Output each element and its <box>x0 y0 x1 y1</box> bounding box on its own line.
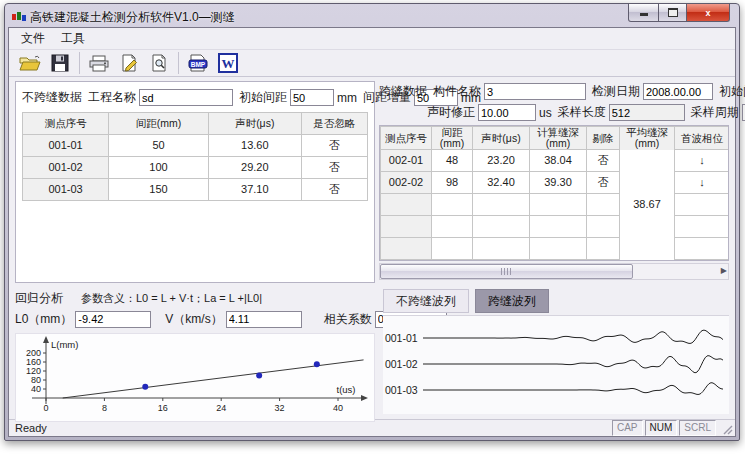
table-cell[interactable]: 23.20 <box>473 150 530 172</box>
table-cell[interactable]: ↓ <box>675 172 730 194</box>
table-cell[interactable] <box>620 238 675 260</box>
minimize-icon <box>640 10 648 16</box>
print-button[interactable] <box>84 50 114 76</box>
table-cell[interactable]: 002-01 <box>381 150 432 172</box>
svg-text:W: W <box>222 56 235 71</box>
open-file-button[interactable] <box>15 50 45 76</box>
table-cell[interactable]: 38.67 <box>620 194 675 216</box>
table-cell[interactable] <box>381 216 432 238</box>
table-row: 002-029832.4039.30否↓ <box>381 172 730 194</box>
table-cell[interactable]: 39.30 <box>530 172 587 194</box>
scroll-right-arrow-icon[interactable]: ▶ <box>721 266 727 275</box>
project-name-input[interactable] <box>139 89 233 106</box>
table-cell[interactable]: 否 <box>587 172 620 194</box>
table-cell[interactable]: 否 <box>587 150 620 172</box>
app-window: 高铁建混凝土检测分析软件V1.0—测缝 x 文件 工具 <box>4 3 740 441</box>
sound-time-correction-input[interactable] <box>478 104 536 121</box>
table-cell[interactable]: 13.60 <box>208 135 301 157</box>
svg-text:200: 200 <box>26 348 41 358</box>
maximize-button[interactable] <box>659 4 686 22</box>
table-cell[interactable]: 38.04 <box>530 150 587 172</box>
initial-spacing-label: 初始间距 <box>239 89 287 106</box>
client-area: 不跨缝数据 工程名称 初始间距 mm 间距增量 mm 测点序号间距(mm)声时(… <box>9 77 735 419</box>
sample-length-label: 采样长度 <box>558 104 606 121</box>
menu-file[interactable]: 文件 <box>13 28 53 49</box>
table-cell[interactable]: ↓ <box>675 150 730 172</box>
component-name-input[interactable] <box>484 83 586 100</box>
table-cell[interactable] <box>530 216 587 238</box>
scrollbar-thumb[interactable] <box>380 264 633 279</box>
l0-input[interactable] <box>75 311 151 328</box>
sample-length-input[interactable] <box>609 104 685 121</box>
resize-grip-icon[interactable] <box>720 422 733 435</box>
table-cell[interactable] <box>381 194 432 216</box>
table-cell[interactable]: 50 <box>109 135 209 157</box>
page-pencil-icon <box>119 54 139 72</box>
table-cell[interactable] <box>587 194 620 216</box>
save-file-button[interactable] <box>45 50 75 76</box>
table-cell[interactable] <box>675 194 730 216</box>
table-cell[interactable]: 001-01 <box>23 135 109 157</box>
table-cell[interactable] <box>473 194 530 216</box>
table-cell[interactable]: 002-02 <box>381 172 432 194</box>
svg-text:120: 120 <box>26 366 41 376</box>
table-cell[interactable] <box>432 238 473 260</box>
table-cell[interactable] <box>675 238 730 260</box>
svg-text:L(mm): L(mm) <box>51 339 78 350</box>
table-cell[interactable]: 98 <box>432 172 473 194</box>
close-button[interactable]: x <box>686 4 730 22</box>
table-cell[interactable] <box>473 238 530 260</box>
waveform-display: 001-01001-02001-03 <box>383 315 729 414</box>
table-cell[interactable] <box>620 172 675 194</box>
regression-panel: 回归分析 参数含义：L0 = L + V·t；La = L +|L0| L0（m… <box>15 289 375 415</box>
table-cell[interactable]: 100 <box>109 157 209 179</box>
print-setup-button[interactable] <box>114 50 144 76</box>
table-cell[interactable]: 37.10 <box>208 179 301 201</box>
column-header: 声时(μs) <box>208 113 301 135</box>
column-header: 测点序号 <box>381 127 432 150</box>
table-cell[interactable]: 32.40 <box>473 172 530 194</box>
table-row: 001-0210029.20否 <box>23 157 368 179</box>
tab-cross-seam-waves[interactable]: 跨缝波列 <box>475 289 549 313</box>
table-cell[interactable] <box>381 238 432 260</box>
table-cell[interactable] <box>432 216 473 238</box>
minimize-button[interactable] <box>628 4 659 22</box>
print-preview-button[interactable] <box>144 50 174 76</box>
bmp-icon: BMP <box>187 54 209 72</box>
svg-text:BMP: BMP <box>191 61 206 68</box>
initial-spacing-input[interactable] <box>290 89 334 106</box>
table-cell[interactable]: 否 <box>301 157 367 179</box>
table-cell[interactable]: 001-03 <box>23 179 109 201</box>
table-cell[interactable] <box>620 150 675 172</box>
export-bmp-button[interactable]: BMP <box>183 50 213 76</box>
horizontal-scrollbar[interactable]: ▶ <box>379 263 729 280</box>
waveform-label: 001-02 <box>385 358 418 370</box>
table-cell[interactable] <box>675 216 730 238</box>
table-cell[interactable] <box>587 238 620 260</box>
table-cell[interactable]: 否 <box>301 179 367 201</box>
table-cell[interactable] <box>432 194 473 216</box>
export-word-button[interactable]: W <box>213 50 243 76</box>
table-cell[interactable] <box>530 238 587 260</box>
title-bar[interactable]: 高铁建混凝土检测分析软件V1.0—测缝 x <box>8 7 736 27</box>
v-input[interactable] <box>226 311 302 328</box>
corr-label: 相关系数 <box>324 311 372 328</box>
tab-non-cross-seam-waves[interactable]: 不跨缝波列 <box>383 289 469 313</box>
cross-seam-title: 跨缝数据 <box>379 83 427 100</box>
table-cell[interactable]: 29.20 <box>208 157 301 179</box>
non-cross-seam-panel: 不跨缝数据 工程名称 初始间距 mm 间距增量 mm 测点序号间距(mm)声时(… <box>15 81 375 283</box>
table-cell[interactable] <box>473 216 530 238</box>
test-date-input[interactable] <box>643 83 713 100</box>
table-cell[interactable]: 否 <box>301 135 367 157</box>
svg-text:t(us): t(us) <box>337 384 356 395</box>
table-cell[interactable]: 150 <box>109 179 209 201</box>
sound-time-correction-label: 声时修正 <box>427 104 475 121</box>
table-cell[interactable] <box>620 216 675 238</box>
status-indicator-scrl: SCRL <box>679 420 716 436</box>
table-cell[interactable] <box>530 194 587 216</box>
table-cell[interactable]: 001-02 <box>23 157 109 179</box>
table-cell[interactable]: 48 <box>432 150 473 172</box>
svg-text:32: 32 <box>275 403 285 413</box>
menu-tools[interactable]: 工具 <box>53 28 93 49</box>
table-cell[interactable] <box>587 216 620 238</box>
